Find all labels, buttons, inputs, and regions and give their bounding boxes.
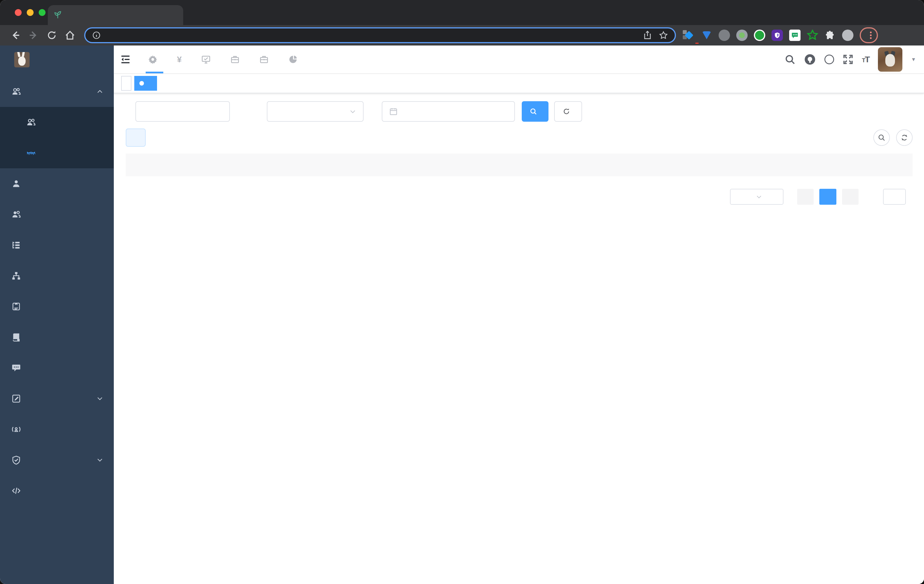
tags-bar <box>114 74 924 93</box>
url-bar[interactable] <box>84 27 676 43</box>
gear-icon <box>148 54 158 64</box>
top-menu-item-3[interactable] <box>222 46 251 73</box>
extension-shield-icon[interactable] <box>771 29 784 41</box>
extension-chat-icon[interactable] <box>789 29 801 41</box>
add-button[interactable] <box>126 128 146 147</box>
page-1-button[interactable] <box>819 189 837 205</box>
browser-menu-icon[interactable] <box>870 31 872 39</box>
yen-icon: ¥ <box>177 55 182 64</box>
sms-shield-icon <box>12 455 21 465</box>
extension-command-icon[interactable] <box>718 29 731 41</box>
refresh-table-button[interactable] <box>896 129 912 146</box>
extension-y-icon[interactable] <box>753 29 766 41</box>
sidebar-item-error-code[interactable] <box>0 475 114 506</box>
tag-home[interactable] <box>121 76 132 91</box>
sidebar-item-sms-shield[interactable] <box>0 445 114 475</box>
browser-tab-strip <box>0 0 924 25</box>
badge-icon <box>12 302 21 311</box>
refresh-circle-icon <box>900 133 908 141</box>
sidebar-item-tenants[interactable] <box>0 76 114 107</box>
window-controls <box>15 9 46 16</box>
monitor-icon <box>201 54 211 64</box>
extension-emoji-icon[interactable] <box>842 29 854 41</box>
audit-log-icon <box>12 394 21 403</box>
browser-toolbar <box>0 25 924 46</box>
sidebar-item-tenant-list[interactable] <box>0 107 114 138</box>
data-table <box>126 153 912 176</box>
status-select[interactable] <box>267 101 363 122</box>
package-name-input[interactable] <box>135 101 230 122</box>
font-size-icon[interactable]: TT <box>862 54 870 64</box>
browser-tab[interactable] <box>48 5 183 25</box>
next-page-button[interactable] <box>842 189 858 205</box>
org-tree-icon <box>12 271 21 281</box>
top-menu-item-0[interactable] <box>140 46 169 73</box>
site-info-icon[interactable] <box>92 31 101 39</box>
chevron-down-icon <box>95 395 105 402</box>
top-menu-item-5[interactable] <box>280 46 309 73</box>
avatar-caret-icon[interactable]: ▼ <box>911 57 916 63</box>
extension-balloon-icon[interactable] <box>700 29 713 41</box>
goto-page-input[interactable] <box>883 189 906 205</box>
back-icon[interactable] <box>8 28 23 43</box>
top-menu-item-2[interactable] <box>193 46 222 73</box>
user-avatar[interactable] <box>878 47 903 72</box>
extension-star-icon[interactable] <box>806 29 819 41</box>
page-content <box>114 93 924 584</box>
favicon-plant-icon <box>53 11 62 19</box>
browser-update-button[interactable] <box>860 27 878 43</box>
toggle-search-button[interactable] <box>873 129 890 146</box>
reset-button[interactable] <box>554 101 582 122</box>
sidebar-item-menu-tree[interactable] <box>0 230 114 260</box>
app-logo[interactable] <box>0 46 114 74</box>
top-menu-item-1[interactable]: ¥ <box>169 46 193 73</box>
sidebar-menu <box>0 74 114 584</box>
mini-search-icon <box>878 133 886 141</box>
app-navbar: ¥ TT ▼ <box>114 46 924 74</box>
tenant-package-icon <box>26 148 36 158</box>
extensions-puzzle-icon[interactable] <box>824 29 837 41</box>
github-icon[interactable] <box>804 53 816 66</box>
search-icon[interactable] <box>785 54 795 65</box>
minimize-window-button[interactable] <box>27 9 33 16</box>
chevron-down-icon <box>349 108 356 115</box>
extension-record-icon[interactable] <box>736 29 748 41</box>
column-header <box>589 153 761 176</box>
forward-icon[interactable] <box>26 28 41 43</box>
sidebar-item-user[interactable] <box>0 168 114 199</box>
reload-icon[interactable] <box>45 28 59 43</box>
sidebar-submenu <box>0 107 114 168</box>
sidebar-item-tenant-package[interactable] <box>0 138 114 168</box>
search-button[interactable] <box>522 101 548 122</box>
user-icon <box>12 179 21 189</box>
dashboard-icon <box>288 54 298 64</box>
zoom-window-button[interactable] <box>39 9 46 16</box>
date-range-picker[interactable] <box>382 101 515 122</box>
close-window-button[interactable] <box>15 9 21 16</box>
sidebar-item-audit-log[interactable] <box>0 383 114 414</box>
page-size-select[interactable] <box>730 189 784 205</box>
share-icon[interactable] <box>643 31 652 40</box>
sidebar-item-notice[interactable] <box>0 352 114 383</box>
sidebar-item-org-tree[interactable] <box>0 260 114 291</box>
fullscreen-icon[interactable] <box>843 54 853 65</box>
logo-image <box>14 52 30 67</box>
extension-row <box>683 29 854 41</box>
sidebar-item-roles[interactable] <box>0 199 114 230</box>
prev-page-button[interactable] <box>797 189 813 205</box>
top-menu: ¥ <box>140 46 309 73</box>
search-button-icon <box>530 108 537 115</box>
sidebar-item-dict-book[interactable] <box>0 322 114 352</box>
tag-tenant-package[interactable] <box>134 76 157 91</box>
pagination <box>126 189 912 205</box>
top-menu-item-4[interactable] <box>251 46 280 73</box>
sidebar-collapse-icon[interactable] <box>120 54 131 65</box>
filter-form <box>126 101 912 122</box>
sidebar-item-badge[interactable] <box>0 291 114 322</box>
home-icon[interactable] <box>63 28 78 43</box>
bookmark-star-icon[interactable] <box>659 31 668 40</box>
sidebar-item-online-user[interactable] <box>0 414 114 445</box>
help-icon[interactable] <box>825 54 834 64</box>
chevron-up-icon <box>95 88 105 95</box>
extension-grid-badge-icon[interactable] <box>683 29 695 41</box>
